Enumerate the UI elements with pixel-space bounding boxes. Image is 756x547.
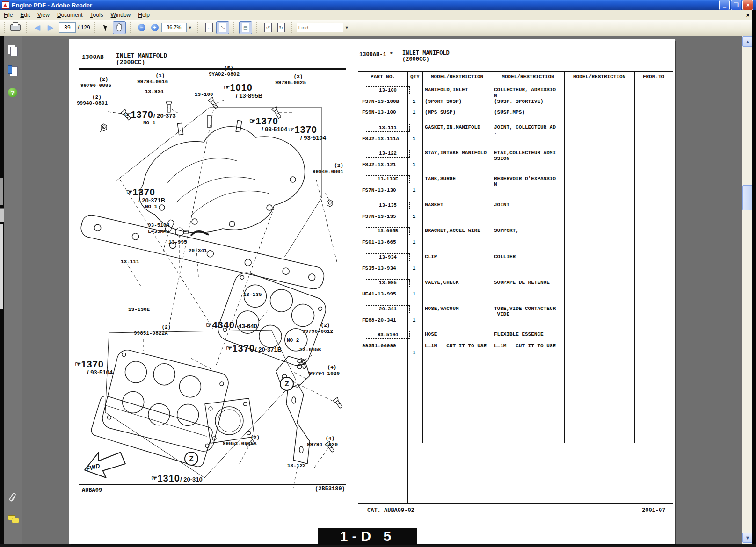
rotate-left-button[interactable]: ↺	[262, 22, 274, 34]
next-page-button[interactable]: ▶	[44, 22, 57, 34]
zoom-out-button[interactable]: −	[136, 22, 148, 34]
rotate-right-icon: ↻	[277, 23, 285, 32]
part-number: FS7N-13-130	[362, 187, 396, 193]
part-number: FS7N-13-135	[362, 214, 396, 219]
page-number-input[interactable]	[59, 22, 76, 33]
part-label: (2) 99940-0801	[313, 163, 343, 175]
zoom-level-value[interactable]: 86.7%	[161, 23, 187, 32]
zoom-dropdown-arrow-icon[interactable]: ▼	[187, 25, 194, 30]
diagram-section-code: 1300AB	[82, 54, 104, 61]
scrollbar-thumb[interactable]	[742, 185, 753, 210]
part-code-box: 13-135	[366, 202, 410, 209]
part-qty: 1	[407, 136, 421, 142]
page-index-banner: 1-D 5	[318, 528, 417, 545]
menu-help[interactable]: Help	[134, 11, 153, 19]
col-header-part-no: PART NO.	[358, 72, 407, 82]
pointing-hand-icon: ☞	[249, 117, 255, 125]
menu-view[interactable]: View	[34, 11, 53, 19]
part-label: 13-934	[145, 89, 164, 95]
part-label: 13-130E	[128, 307, 150, 313]
table-header-row: PART NO. QTY MODEL/RESTRICTION MODEL/RES…	[358, 72, 673, 82]
description-en: GASKET,IN.MANIFOLD	[425, 124, 490, 130]
scroll-up-button[interactable]: ▲	[742, 36, 753, 47]
vertical-scrollbar[interactable]: ▲ ▼	[742, 36, 752, 544]
close-button[interactable]: ×	[742, 0, 753, 10]
title-bar[interactable]: Engine.PDF - Adobe Reader _ ❐ ×	[0, 0, 756, 10]
pointing-hand-icon: ☞	[226, 344, 232, 352]
find-input[interactable]	[297, 23, 343, 32]
description-en: BRACKET,ACCEL WIRE	[425, 228, 490, 233]
adobe-reader-icon	[2, 1, 9, 9]
attachments-panel-button[interactable]	[8, 492, 18, 503]
menu-document[interactable]: Document	[53, 11, 87, 19]
single-page-layout-button[interactable]: ▤	[239, 21, 252, 34]
description-fr: COLLIER	[494, 254, 563, 259]
part-code-box: 13-111	[366, 124, 410, 132]
part-label: (2) 99796-0612	[302, 323, 333, 335]
section-ref: ☞1370/ 93-5104	[288, 124, 326, 141]
part-qty: 1	[407, 214, 421, 219]
menu-window[interactable]: Window	[107, 11, 135, 19]
hand-tool-button[interactable]	[113, 21, 126, 34]
part-code-box: 13-995	[366, 279, 410, 287]
part-number: FS7N-13-100B	[362, 99, 399, 104]
help-icon: ?	[11, 89, 15, 96]
menu-edit[interactable]: Edit	[16, 11, 34, 19]
bookmark-ribbon-icon	[8, 65, 12, 74]
screen-edge-right	[752, 10, 756, 547]
part-code-box: 13-122	[366, 150, 410, 158]
part-qty: 1	[407, 350, 421, 356]
part-label: 13-135	[243, 292, 262, 298]
bookmarks-panel-button[interactable]	[8, 66, 18, 78]
single-page-icon: ▤	[242, 23, 249, 32]
navigation-panel: ?	[4, 36, 22, 544]
paperclip-icon	[8, 492, 18, 504]
section-ref: ☞1310/ 20-310	[151, 473, 203, 484]
restore-button[interactable]: ❐	[731, 0, 741, 10]
catalog-footer-left: CAT. AUBA09-02	[367, 507, 414, 514]
part-code-box: 13-934	[366, 253, 410, 261]
parts-table: PART NO. QTY MODEL/RESTRICTION MODEL/RES…	[358, 71, 673, 504]
section-ref: ☞1370/ 20-373NO 1	[124, 109, 176, 126]
close-document-icon[interactable]: ×	[746, 12, 749, 19]
zoom-in-icon: +	[151, 24, 159, 31]
rotate-right-button[interactable]: ↻	[275, 22, 287, 34]
part-code-box: 93-5104	[366, 331, 410, 339]
part-label: (2) 99851-0822A	[134, 324, 171, 337]
zoom-in-button[interactable]: +	[149, 22, 161, 34]
description-fr: FLEXIBLE ESSENCE	[494, 331, 563, 337]
description-fr: TUBE,VIDE-CONTACTEUR VIDE	[494, 306, 563, 317]
menu-tools[interactable]: Tools	[87, 11, 107, 19]
description-en: HOSE	[425, 331, 490, 337]
help-button[interactable]: ?	[8, 88, 17, 97]
part-qty: 1	[407, 317, 421, 323]
minimize-button[interactable]: _	[719, 0, 730, 10]
previous-page-button[interactable]: ◀	[31, 22, 44, 34]
part-code-box: 13-130E	[366, 175, 410, 183]
description-fr: SOUPAPE DE RETENUE	[494, 280, 563, 285]
scroll-down-button[interactable]: ▼	[742, 533, 753, 543]
part-label: (3) 99796-0825	[275, 74, 306, 86]
find-dropdown-arrow-icon[interactable]: ▼	[343, 25, 350, 30]
section-ref: NO 2☞1370/ 20-371B	[226, 338, 299, 354]
pointing-hand-icon: ☞	[75, 360, 81, 368]
background-window-fragment	[0, 178, 3, 205]
part-number: FS01-13-665	[362, 239, 396, 245]
select-tool-button[interactable]	[100, 22, 112, 34]
restriction-en: (SPORT SUSP)	[425, 99, 490, 104]
col-header-from-to: FROM-TO	[634, 72, 673, 82]
part-label: (2) 99851-0835A	[223, 435, 260, 447]
restriction-en: L=1M CUT IT TO USE	[425, 343, 490, 349]
comments-panel-button[interactable]	[8, 515, 18, 526]
pages-panel-button[interactable]	[8, 45, 18, 56]
fit-width-icon: ↔	[205, 23, 213, 32]
fit-width-button[interactable]: ↔	[203, 22, 215, 34]
part-label: (1) 99794-0616	[137, 73, 168, 85]
hand-icon	[115, 23, 124, 32]
part-qty: 1	[407, 187, 421, 193]
menu-file[interactable]: File	[0, 11, 16, 19]
fit-page-button[interactable]: ⤡	[216, 21, 229, 34]
diagram-title: INLET MANIFOLD (2000CC)	[116, 53, 167, 66]
diagram-footer-right: (2B53180)	[315, 486, 345, 492]
print-button[interactable]	[9, 22, 22, 34]
